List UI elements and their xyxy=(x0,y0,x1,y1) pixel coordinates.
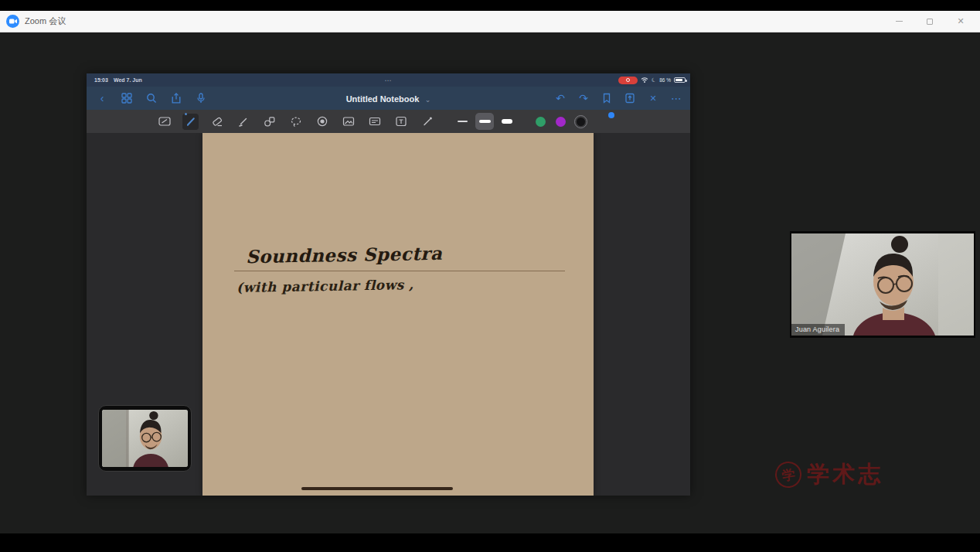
green-swatch xyxy=(536,117,546,127)
zoom-logo-icon xyxy=(6,15,19,28)
self-view-video[interactable] xyxy=(98,405,192,472)
purple-swatch xyxy=(556,117,566,127)
flashcard-tool-button[interactable] xyxy=(366,114,383,130)
more-options-button[interactable]: ⋯ xyxy=(670,92,682,104)
maximize-button[interactable] xyxy=(924,16,935,27)
back-button[interactable]: ‹ xyxy=(96,92,108,104)
text-tool-button[interactable] xyxy=(393,114,409,130)
status-more-dots: ⋯ xyxy=(87,77,690,84)
handwritten-heading: Soundness Spectra xyxy=(246,243,443,267)
notebook-page[interactable]: Soundness Spectra (with particular flows… xyxy=(202,133,594,496)
undo-button[interactable]: ↶ xyxy=(554,92,567,104)
letterbox-bottom xyxy=(0,533,980,552)
color-purple-button[interactable] xyxy=(554,115,567,128)
zoom-window-titlebar: Zoom 会议 ✕ xyxy=(0,11,980,32)
readonly-mode-button[interactable] xyxy=(156,114,172,130)
letterbox-top xyxy=(0,0,980,11)
self-view-feed xyxy=(102,410,188,467)
participant-feed: Juan Aguilera xyxy=(791,233,974,336)
recording-badge xyxy=(618,77,638,84)
close-button[interactable]: ✕ xyxy=(955,16,966,27)
microphone-button[interactable] xyxy=(195,92,207,104)
screen: Zoom 会议 ✕ 15:03 Wed 7. Jun ⋯ ☾ 86 % xyxy=(0,0,980,552)
notebook-nav-bar: ‹ Untitled Notebook ⌄ ↶ xyxy=(87,87,690,110)
close-notebook-button[interactable]: ✕ xyxy=(647,92,659,104)
notebook-title[interactable]: Untitled Notebook xyxy=(346,94,420,104)
participant-name: Juan Aguilera xyxy=(791,324,845,336)
drawing-toolbar xyxy=(87,110,690,133)
thumbnails-button[interactable] xyxy=(121,92,133,104)
thickness-medium-button[interactable] xyxy=(475,113,494,130)
window-title: Zoom 会议 xyxy=(25,15,66,27)
wifi-icon xyxy=(641,77,648,83)
thickness-thick-button[interactable] xyxy=(498,113,516,130)
color-swatch-group xyxy=(534,115,587,128)
black-swatch xyxy=(577,118,585,126)
watermark: 学 学术志 xyxy=(775,459,883,490)
watermark-logo-icon: 学 xyxy=(773,459,803,489)
ipad-status-bar: 15:03 Wed 7. Jun ⋯ ☾ 86 % xyxy=(87,73,690,87)
nav-left-buttons: ‹ xyxy=(87,92,207,104)
highlighter-tool-button[interactable] xyxy=(235,114,251,130)
shapes-tool-button[interactable] xyxy=(261,114,277,130)
battery-icon xyxy=(674,77,686,83)
blue-indicator-dot[interactable] xyxy=(608,112,614,118)
export-page-button[interactable] xyxy=(624,92,636,104)
bookmark-button[interactable] xyxy=(601,92,613,104)
chevron-down-icon: ⌄ xyxy=(425,96,431,104)
participant-video[interactable]: Juan Aguilera xyxy=(790,231,975,338)
image-tool-button[interactable] xyxy=(340,114,356,130)
handwritten-line2: (with particular flows , xyxy=(236,277,414,295)
home-indicator xyxy=(301,487,453,490)
eraser-tool-button[interactable] xyxy=(209,114,225,130)
nav-right-buttons: ↶ ↷ ✕ ⋯ xyxy=(554,92,682,104)
laser-pointer-button[interactable] xyxy=(314,114,330,130)
search-button[interactable] xyxy=(145,92,158,104)
do-not-disturb-icon: ☾ xyxy=(651,77,657,84)
share-button[interactable] xyxy=(170,92,182,104)
watermark-text: 学术志 xyxy=(807,459,883,490)
redo-button[interactable]: ↷ xyxy=(577,92,590,104)
window-controls: ✕ xyxy=(893,16,972,27)
stylus-settings-button[interactable] xyxy=(419,114,435,130)
lasso-tool-button[interactable] xyxy=(288,114,304,130)
stroke-thickness-group xyxy=(453,113,516,130)
thickness-thin-button[interactable] xyxy=(453,113,471,130)
titlebar-left: Zoom 会议 xyxy=(6,15,66,28)
minimize-button[interactable] xyxy=(893,16,904,27)
pen-tip-indicator xyxy=(185,113,187,115)
heading-underline xyxy=(234,271,565,271)
color-black-button[interactable] xyxy=(574,115,587,128)
battery-percent: 86 % xyxy=(659,77,671,83)
pen-tool-button[interactable] xyxy=(182,114,199,130)
color-green-button[interactable] xyxy=(534,115,547,128)
status-right: ☾ 86 % xyxy=(618,73,686,87)
